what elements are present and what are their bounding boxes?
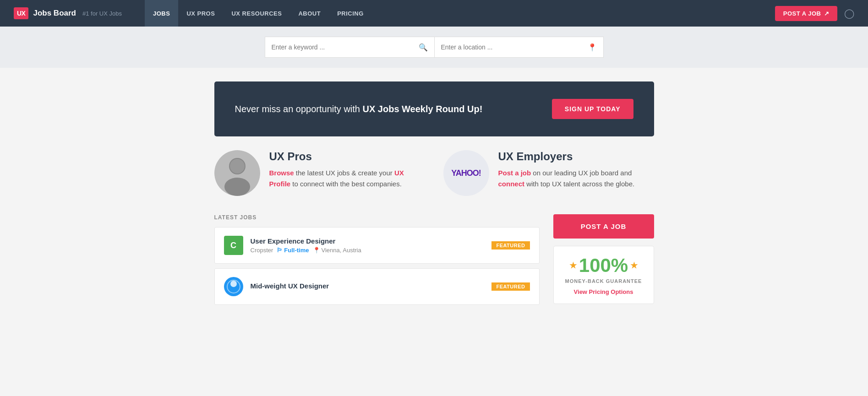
browse-link[interactable]: Browse (269, 169, 294, 177)
ux-pros-body: UX Pros Browse the latest UX jobs & crea… (269, 150, 425, 190)
job-title-2: Mid-weight UX Designer (251, 282, 485, 290)
employer-logo-image: YAHOO! (443, 150, 489, 196)
nav-tagline: #1 for UX Jobs (82, 10, 122, 17)
job-company-1: Cropster (251, 247, 273, 254)
job-info-1: User Experience Designer Cropster 🏳 Full… (251, 237, 485, 254)
job-logo-icon-2 (226, 279, 241, 294)
star-right-icon: ★ (630, 260, 638, 271)
post-job-sidebar-button[interactable]: POST A JOB (553, 214, 654, 239)
ux-employers-feature: YAHOO! UX Employers Post a job on our le… (443, 150, 654, 196)
nav-brand: UX Jobs Board #1 for UX Jobs (14, 7, 122, 19)
nav-link-ux-pros[interactable]: UX PROS (178, 0, 223, 27)
newsletter-banner: Never miss an opportunity with UX Jobs W… (214, 81, 654, 136)
navbar: UX Jobs Board #1 for UX Jobs JOBS UX PRO… (0, 0, 868, 27)
flag-icon: 🏳 (277, 247, 283, 254)
job-type-badge-1: 🏳 Full-time (277, 247, 309, 254)
guarantee-box: ★ 100% ★ MONEY-BACK GUARANTEE View Prici… (553, 246, 654, 304)
ux-employers-desc: Post a job on our leading UX job board a… (498, 168, 654, 190)
location-pin-icon: 📍 (588, 43, 597, 52)
job-meta-1: Cropster 🏳 Full-time 📍 Vienna, Austria (251, 247, 485, 254)
connect-link[interactable]: connect (498, 180, 525, 188)
banner-bold-text: UX Jobs Weekly Round Up! (363, 104, 483, 114)
sidebar: POST A JOB ★ 100% ★ MONEY-BACK GUARANTEE… (553, 214, 654, 304)
jobs-section-header: LATEST JOBS (214, 214, 540, 221)
svg-point-3 (230, 159, 245, 174)
keyword-search-box: 🔍 (265, 37, 434, 58)
external-link-icon: ↗ (824, 10, 830, 17)
ux-pros-desc: Browse the latest UX jobs & create your … (269, 168, 425, 190)
nav-link-pricing[interactable]: PRICING (329, 0, 372, 27)
svg-point-4 (230, 281, 237, 287)
ux-pros-title: UX Pros (269, 150, 425, 163)
job-logo-cropster: C (224, 236, 243, 255)
banner-text: Never miss an opportunity with UX Jobs W… (235, 104, 483, 114)
ux-employers-body: UX Employers Post a job on our leading U… (498, 150, 654, 190)
ux-pros-feature: UX Pros Browse the latest UX jobs & crea… (214, 150, 425, 196)
post-job-link[interactable]: Post a job (498, 169, 531, 177)
nav-brand-name: Jobs Board (33, 9, 76, 18)
table-row[interactable]: C User Experience Designer Cropster 🏳 Fu… (214, 227, 540, 264)
lower-section: LATEST JOBS C User Experience Designer C… (214, 214, 654, 309)
sign-up-button[interactable]: SIGN UP TODAY (552, 99, 633, 119)
guarantee-percent: ★ 100% ★ (562, 255, 645, 277)
yahoo-logo-text: YAHOO! (451, 168, 480, 178)
star-left-icon: ★ (569, 260, 577, 271)
job-info-2: Mid-weight UX Designer (251, 282, 485, 292)
location-search-box: 📍 (434, 37, 604, 58)
nav-logo: UX (14, 7, 28, 19)
keyword-search-icon: 🔍 (419, 43, 428, 52)
keyword-search-input[interactable] (272, 43, 419, 51)
ux-pros-image (214, 150, 260, 196)
nav-links: JOBS UX PROS UX RESOURCES ABOUT PRICING (145, 0, 775, 27)
job-title-1: User Experience Designer (251, 237, 485, 245)
svg-point-2 (224, 178, 250, 196)
search-section: 🔍 📍 (0, 27, 868, 68)
nav-right: POST A JOB ↗ ◯ (775, 6, 854, 21)
table-row[interactable]: Mid-weight UX Designer FEATURED (214, 268, 540, 305)
location-icon-1: 📍 (313, 247, 320, 254)
location-search-input[interactable] (441, 43, 588, 51)
main-content: Never miss an opportunity with UX Jobs W… (205, 81, 663, 309)
features-section: UX Pros Browse the latest UX jobs & crea… (214, 150, 654, 196)
nav-link-ux-resources[interactable]: UX RESOURCES (223, 0, 290, 27)
post-job-nav-button[interactable]: POST A JOB ↗ (775, 6, 837, 21)
user-account-icon[interactable]: ◯ (844, 8, 854, 19)
featured-badge-2: FEATURED (491, 282, 530, 291)
job-logo-2 (224, 277, 243, 296)
nav-link-about[interactable]: ABOUT (290, 0, 329, 27)
ux-employers-title: UX Employers (498, 150, 654, 163)
jobs-section: LATEST JOBS C User Experience Designer C… (214, 214, 540, 309)
job-location-1: 📍 Vienna, Austria (313, 247, 361, 254)
featured-badge-1: FEATURED (491, 241, 530, 250)
person-avatar-icon (214, 150, 260, 196)
nav-link-jobs[interactable]: JOBS (145, 0, 178, 27)
guarantee-label: MONEY-BACK GUARANTEE (562, 278, 645, 284)
view-pricing-link[interactable]: View Pricing Options (562, 288, 645, 295)
